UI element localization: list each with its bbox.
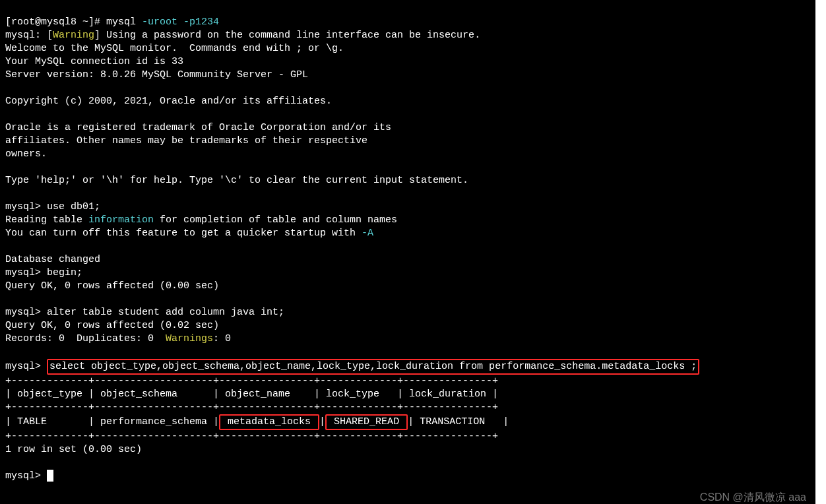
records-pre: Records: 0 Duplicates: 0 bbox=[5, 333, 166, 344]
records-post: : 0 bbox=[213, 333, 231, 344]
mysql-prompt: mysql> bbox=[5, 267, 47, 278]
mysql-prompt: mysql> bbox=[5, 470, 47, 482]
turnoff-pre: You can turn off this feature to get a q… bbox=[5, 228, 362, 239]
warning-rest: ] Using a password on the command line i… bbox=[94, 30, 480, 41]
highlighted-cell-lock-type: SHARED_READ bbox=[325, 414, 408, 430]
warnings-word: Warnings bbox=[166, 333, 213, 344]
begin-result: Query OK, 0 rows affected (0.00 sec) bbox=[5, 280, 219, 292]
table-border: +-------------+--------------------+----… bbox=[5, 375, 498, 387]
terminal-window[interactable]: [root@mysql8 ~]# mysql -uroot -p1234 mys… bbox=[0, 0, 815, 504]
reading-pre: Reading table bbox=[5, 214, 88, 226]
warning-prefix: mysql: [ bbox=[5, 30, 53, 41]
mysql-prompt: mysql> bbox=[5, 361, 47, 372]
mysql-prompt: mysql> bbox=[5, 307, 47, 318]
table-border: +-------------+--------------------+----… bbox=[5, 402, 498, 413]
mysql-prompt: mysql> bbox=[5, 201, 47, 212]
command-begin: begin; bbox=[47, 267, 82, 278]
table-row-rest: | TRANSACTION | bbox=[408, 416, 509, 427]
dash-a-flag: -A bbox=[362, 228, 373, 239]
shell-prompt: [root@mysql8 ~]# bbox=[5, 16, 106, 28]
rows-in-set: 1 row in set (0.00 sec) bbox=[5, 444, 142, 455]
command-use: use db01; bbox=[47, 201, 100, 212]
warning-word: Warning bbox=[53, 30, 94, 41]
table-row-sep: | bbox=[319, 416, 325, 427]
watermark-text: CSDN @清风微凉 aaa bbox=[700, 491, 806, 504]
welcome-block: Welcome to the MySQL monitor. Commands e… bbox=[5, 43, 468, 186]
command-mysql: mysql bbox=[106, 16, 142, 28]
table-border: +-------------+--------------------+----… bbox=[5, 431, 498, 442]
information-word: information bbox=[88, 214, 154, 226]
cursor-icon bbox=[47, 470, 53, 482]
highlighted-query: select object_type,object_schema,object_… bbox=[47, 359, 699, 375]
command-mysql-flags: -uroot -p1234 bbox=[142, 16, 219, 28]
reading-post: for completion of table and column names bbox=[154, 214, 397, 226]
command-alter: alter table student add column java int; bbox=[47, 307, 284, 318]
highlighted-cell-object-name: metadata_locks bbox=[219, 414, 319, 430]
alter-result: Query OK, 0 rows affected (0.02 sec) bbox=[5, 320, 219, 331]
table-row-cols12: | TABLE | performance_schema | bbox=[5, 416, 219, 427]
table-header-row: | object_type | object_schema | object_n… bbox=[5, 389, 498, 400]
db-changed: Database changed bbox=[5, 254, 100, 265]
